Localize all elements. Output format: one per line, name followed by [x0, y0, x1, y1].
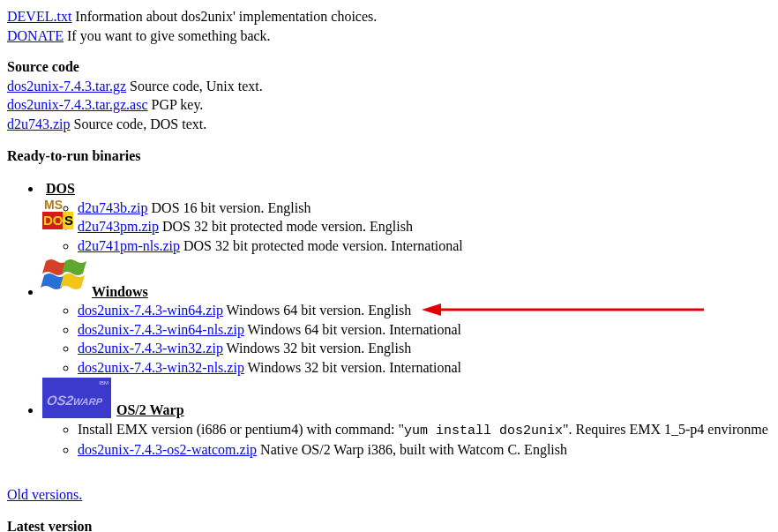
dos-16-desc: DOS 16 bit version. English — [152, 200, 311, 215]
source-code-section: Source code dos2unix-7.4.3.tar.gz Source… — [7, 57, 771, 133]
os2-watcom[interactable]: dos2unix-7.4.3-os2-watcom.zip — [78, 442, 257, 457]
win64-desc: Windows 64 bit version. English — [227, 303, 412, 318]
top-links-block: DEVEL.txt Information about dos2unix' im… — [7, 7, 771, 45]
svg-marker-1 — [422, 303, 441, 316]
dos-32pm-nls-desc: DOS 32 bit protected mode version. Inter… — [183, 238, 463, 253]
win32-nls[interactable]: dos2unix-7.4.3-win32-nls.zip — [78, 360, 244, 375]
annotation-arrow-icon — [422, 301, 704, 318]
platforms-list: MS DO S DOS d2u743b.zip DOS 16 bit versi… — [7, 179, 771, 459]
win32-desc: Windows 32 bit version. English — [227, 341, 412, 356]
old-versions-link[interactable]: Old versions. — [7, 487, 82, 502]
dos-16[interactable]: d2u743b.zip — [78, 200, 148, 215]
src-targz-desc: Source code, Unix text. — [130, 79, 263, 94]
devel-desc: Information about dos2unix' implementati… — [75, 9, 377, 24]
src-asc-desc: PGP key. — [152, 97, 204, 112]
win64-nls[interactable]: dos2unix-7.4.3-win64-nls.zip — [78, 322, 244, 337]
src-zip-desc: Source code, DOS text. — [74, 116, 207, 131]
os2warp-icon: IBM OS2WARP — [42, 378, 111, 418]
donate-desc: If you want to give something back. — [67, 28, 271, 43]
os2-emx-cmd: yum install dos2unix — [404, 423, 563, 438]
platform-dos: MS DO S DOS d2u743b.zip DOS 16 bit versi… — [42, 179, 771, 255]
win32-nls-desc: Windows 32 bit version. International — [248, 360, 461, 375]
win64-nls-desc: Windows 64 bit version. International — [248, 322, 461, 337]
os2-emx-pre: Install EMX version (i686 or pentium4) w… — [78, 422, 404, 437]
src-targz[interactable]: dos2unix-7.4.3.tar.gz — [7, 79, 126, 94]
platform-os2: IBM OS2WARP OS/2 Warp Install EMX versio… — [42, 378, 771, 460]
os2-label: OS/2 Warp — [111, 402, 184, 417]
os2-emx-post: ". Requires EMX 1_5-p4 environme — [563, 422, 768, 437]
dos-32pm[interactable]: d2u743pm.zip — [78, 219, 159, 234]
dos-32pm-desc: DOS 32 bit protected mode version. Engli… — [162, 219, 413, 234]
win32[interactable]: dos2unix-7.4.3-win32.zip — [78, 341, 223, 356]
src-zip[interactable]: d2u743.zip — [7, 116, 71, 131]
windows-label: Windows — [86, 284, 148, 299]
dos-32pm-nls[interactable]: d2u741pm-nls.zip — [78, 238, 180, 253]
source-code-heading: Source code — [7, 59, 79, 74]
windows-icon — [41, 256, 86, 300]
dos-label: DOS — [41, 181, 75, 196]
devel-link[interactable]: DEVEL.txt — [7, 9, 71, 24]
platform-windows: Windows dos2unix-7.4.3-win64.zip Windows… — [42, 256, 771, 378]
latest-version-heading: Latest version — [7, 519, 92, 532]
os2-watcom-desc: Native OS/2 Warp i386, built with Watcom… — [260, 442, 567, 457]
os2-emx-row: Install EMX version (i686 or pentium4) w… — [78, 420, 771, 440]
binaries-heading: Ready-to-run binaries — [7, 148, 141, 163]
src-asc[interactable]: dos2unix-7.4.3.tar.gz.asc — [7, 97, 148, 112]
win64[interactable]: dos2unix-7.4.3-win64.zip — [78, 303, 223, 318]
donate-link[interactable]: DONATE — [7, 28, 64, 43]
